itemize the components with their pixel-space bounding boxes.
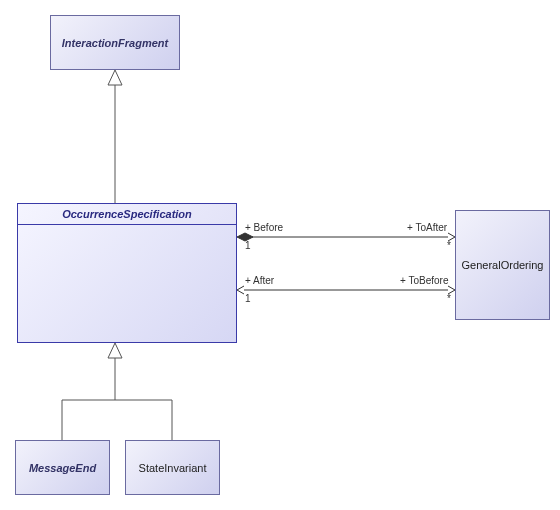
class-title: InteractionFragment bbox=[62, 37, 168, 49]
class-occurrence-specification: OccurrenceSpecification bbox=[17, 203, 237, 343]
svg-marker-3 bbox=[108, 343, 122, 358]
class-title: OccurrenceSpecification bbox=[62, 208, 192, 220]
assoc-role-toafter: + ToAfter bbox=[407, 222, 447, 233]
association-after-tobefore bbox=[237, 286, 455, 294]
assoc-mult-before: 1 bbox=[245, 240, 251, 251]
class-title: MessageEnd bbox=[29, 462, 96, 474]
assoc-role-before: + Before bbox=[245, 222, 283, 233]
class-message-end: MessageEnd bbox=[15, 440, 110, 495]
class-title: GeneralOrdering bbox=[462, 259, 544, 271]
class-interaction-fragment: InteractionFragment bbox=[50, 15, 180, 70]
uml-diagram-canvas: InteractionFragment OccurrenceSpecificat… bbox=[0, 0, 560, 510]
svg-marker-1 bbox=[108, 70, 122, 85]
class-title: StateInvariant bbox=[139, 462, 207, 474]
association-before-toafter bbox=[237, 233, 455, 241]
assoc-mult-toafter: * bbox=[447, 240, 451, 251]
assoc-role-after: + After bbox=[245, 275, 274, 286]
class-general-ordering: GeneralOrdering bbox=[455, 210, 550, 320]
generalization-children-to-occurrence bbox=[62, 343, 172, 440]
class-state-invariant: StateInvariant bbox=[125, 440, 220, 495]
assoc-mult-tobefore: * bbox=[447, 293, 451, 304]
generalization-occurrence-to-interactionfragment bbox=[108, 70, 122, 203]
assoc-mult-after: 1 bbox=[245, 293, 251, 304]
assoc-role-tobefore: + ToBefore bbox=[400, 275, 448, 286]
